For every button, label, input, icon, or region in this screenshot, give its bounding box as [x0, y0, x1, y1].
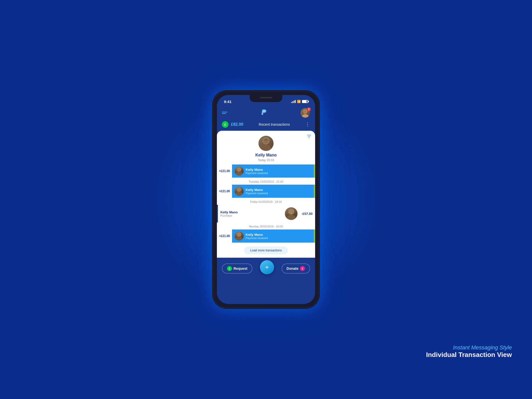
wifi-icon: 📶	[297, 100, 301, 103]
transaction-avatar	[235, 167, 244, 176]
status-time: 9:41	[224, 99, 231, 104]
transaction-info: Kelly Mano Purchase	[220, 210, 283, 217]
donate-label: Donate	[287, 267, 298, 271]
transaction-name: Kelly Mano	[246, 233, 313, 237]
balance-bar: £ £82.00 Recent transactions ⋮	[217, 120, 315, 131]
donate-button[interactable]: Donate £	[282, 263, 310, 274]
transaction-info: Kelly Mano Payment received	[246, 188, 313, 195]
contact-date: Today 20:33	[222, 158, 310, 162]
notification-badge: 2	[307, 107, 311, 111]
menu-button[interactable]	[222, 112, 227, 114]
transaction-avatar	[235, 187, 244, 196]
transaction-info: Kelly Mano Payment received	[246, 233, 313, 240]
transaction-type: Payment received	[246, 172, 313, 175]
list-item[interactable]: +£21.00 Kelly Mano Payment received	[217, 229, 315, 243]
svg-point-9	[237, 167, 241, 172]
svg-point-1	[302, 114, 309, 118]
currency-icon: £	[222, 121, 228, 128]
svg-point-12	[236, 192, 243, 196]
status-icons: 📶	[291, 100, 308, 103]
contact-header: Kelly Mano Today 20:33	[217, 131, 315, 164]
bottom-nav: £ Request + Donate £	[217, 258, 315, 282]
balance-amount: £82.00	[231, 122, 243, 127]
load-more-container: Load more transactions	[217, 243, 315, 258]
list-item[interactable]: +£21.00 Kelly Mano Payment received	[217, 164, 315, 178]
paypal-logo	[260, 108, 268, 118]
transaction-info: Kelly Mano Payment received	[246, 168, 313, 175]
transaction-card-purchase: Kelly Mano Purchase -£57.00	[217, 205, 315, 222]
svg-point-13	[288, 209, 294, 215]
app-header: 2	[217, 106, 315, 120]
fab-add-button[interactable]: +	[260, 260, 274, 274]
date-separator: Monday 25/02/2019 - 10:02	[217, 223, 315, 229]
donate-icon: £	[300, 266, 305, 271]
profile-avatar-button[interactable]: 2	[301, 108, 310, 118]
filter-button[interactable]	[307, 134, 312, 140]
phone-shell: 9:41 📶	[213, 91, 319, 308]
transaction-name: Kelly Mano	[246, 188, 313, 192]
transaction-type: Purchase	[220, 214, 283, 217]
more-options-button[interactable]: ⋮	[305, 122, 310, 127]
recent-transactions-label: Recent transactions	[246, 122, 303, 126]
request-label: Request	[234, 267, 247, 271]
svg-point-8	[263, 138, 269, 144]
hamburger-line-1	[222, 112, 227, 112]
hamburger-line-2	[222, 113, 226, 114]
transaction-list: +£21.00 Kelly Mano Payment received	[217, 164, 315, 258]
side-text-bottom: Individual Transaction View	[426, 351, 512, 359]
signal-icon	[291, 100, 296, 103]
svg-point-15	[237, 232, 241, 237]
svg-point-10	[236, 172, 243, 176]
transaction-type: Payment received	[246, 192, 313, 195]
transaction-type: Payment received	[246, 237, 313, 240]
svg-point-11	[237, 187, 241, 192]
battery-icon	[302, 100, 308, 103]
transaction-card-received: Kelly Mano Payment received	[232, 164, 315, 178]
speaker	[260, 97, 272, 98]
load-more-button[interactable]: Load more transactions	[244, 247, 288, 254]
side-text: Instant Messaging Style Individual Trans…	[426, 344, 512, 359]
transaction-avatar	[235, 231, 244, 241]
transaction-card-received: Kelly Mano Payment received	[232, 229, 315, 243]
transaction-card-received: Kelly Mano Payment received	[232, 185, 315, 198]
transaction-avatar	[285, 207, 297, 220]
list-item[interactable]: +£21.00 Kelly Mano Payment received	[217, 185, 315, 198]
date-separator: Friday 01/03/2019 - 19:16	[217, 198, 315, 205]
transaction-amount: -£57.00	[302, 212, 313, 216]
svg-point-16	[236, 237, 243, 241]
svg-point-7	[261, 145, 271, 151]
request-icon: £	[227, 266, 232, 271]
list-item[interactable]: Kelly Mano Purchase -£57.00	[217, 205, 315, 222]
contact-name: Kelly Mano	[222, 153, 310, 157]
svg-point-14	[287, 215, 296, 220]
svg-point-2	[304, 110, 307, 113]
transaction-amount: +£21.00	[217, 169, 232, 173]
phone-screen: 9:41 📶	[217, 95, 315, 304]
contact-avatar	[258, 136, 274, 151]
side-text-top: Instant Messaging Style	[426, 344, 512, 351]
transaction-amount: +£21.00	[217, 234, 232, 238]
request-button[interactable]: £ Request	[222, 263, 252, 274]
date-separator: Tuesday 12/05/2019 - 21:42	[217, 178, 315, 185]
transaction-name: Kelly Mano	[220, 210, 283, 214]
notch	[250, 95, 282, 102]
transaction-name: Kelly Mano	[246, 168, 313, 172]
transaction-amount: +£21.00	[217, 189, 232, 193]
main-content: Kelly Mano Today 20:33 +£21.00	[217, 131, 315, 258]
